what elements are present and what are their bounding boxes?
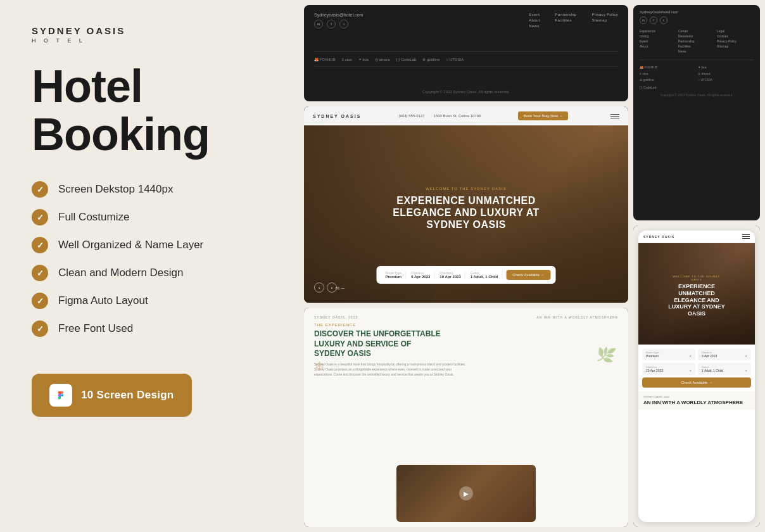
booking-bar: Room Type Premium Check-in 6 Apr 2023 Ch… bbox=[377, 266, 556, 284]
hero-pagination: ‹ › bbox=[314, 282, 337, 293]
side-social: in f t bbox=[640, 16, 754, 24]
mobile-room-type: Room Type Premium ▾ bbox=[642, 348, 695, 360]
content-title: DISCOVER THE UNFORGETTABLE LUXURY AND SE… bbox=[314, 329, 441, 359]
mobile-hero-title: EXPERIENCE UNMATCHED ELEGANCE AND LUXURY… bbox=[667, 283, 726, 317]
mobile-guest: Guest 1 Adult, 1 Child ▾ bbox=[698, 363, 751, 375]
mobile-checkin: Check-in 6 Apr 2023 ▾ bbox=[698, 348, 751, 360]
mobile-preview-card: SYDNEY OASIS WELCOME TO THE SYDNEY OASIS… bbox=[633, 225, 760, 527]
video-thumbnail: ▶ bbox=[396, 465, 536, 522]
list-item: Screen Dekstop 1440px bbox=[32, 181, 272, 198]
mobile-section-title: AN INN WITH A WORLDLY ATMOSPHERE bbox=[643, 400, 750, 406]
title-line2: Booking bbox=[32, 109, 210, 160]
check-icon bbox=[32, 265, 48, 281]
footer-nav: Event About News Partnership Facilities … bbox=[529, 13, 618, 28]
mobile-hero-bg: WELCOME TO THE SYDNEY OASIS EXPERIENCE U… bbox=[638, 243, 755, 345]
mobile-navbar: SYDNEY OASIS bbox=[638, 231, 755, 243]
hero-nav-logo: SYDNEY OASIS bbox=[313, 114, 361, 118]
prev-btn[interactable]: ‹ bbox=[314, 282, 324, 293]
content-desc: Sydney Oasis is a beautiful hotel that b… bbox=[314, 362, 466, 377]
check-icon bbox=[32, 181, 48, 198]
hero-main-title: EXPERIENCE UNMATCHED ELEGANCE AND LUXURY… bbox=[385, 194, 547, 231]
content-header: SYDNEY OASIS, 2023 AN INN WITH A WORLDLY… bbox=[314, 315, 618, 319]
list-item: Well Organized & Name Layer bbox=[32, 237, 272, 253]
next-btn[interactable]: › bbox=[327, 282, 337, 293]
section-label: THE EXPERIENCE bbox=[314, 323, 618, 327]
side-footer-preview: SydneyOasishotel.com in f t Experience D… bbox=[633, 5, 760, 220]
room-type-field: Room Type Premium bbox=[382, 271, 407, 279]
hero-nav-links: (904) 555-0127 1500 Bush St. Celina 1079… bbox=[399, 114, 481, 118]
side-copyright: Copyright © 2023 Sydney Oasis. All right… bbox=[640, 93, 754, 97]
social-instagram: in bbox=[314, 20, 323, 28]
check-icon bbox=[32, 320, 48, 337]
page-title: Hotel Booking bbox=[32, 63, 272, 158]
slide-number: 01 — bbox=[336, 286, 345, 290]
social-facebook: f bbox=[327, 20, 336, 28]
list-item: Figma Auto Layout bbox=[32, 293, 272, 309]
feature-label: Full Costumize bbox=[58, 211, 129, 224]
snowflake-decoration: ❄ bbox=[314, 358, 325, 374]
content-preview-card: SYDNEY OASIS, 2023 AN INN WITH A WORLDLY… bbox=[304, 308, 628, 527]
feature-label: Well Organized & Name Layer bbox=[58, 239, 203, 251]
mobile-booking-row1: Room Type Premium ▾ Check-in 6 Apr 2023 bbox=[642, 348, 751, 360]
mobile-booking-row2: Checkout 10 Apr 2023 ▾ Guest 1 Adult, 1 … bbox=[642, 363, 751, 375]
brand-sub: H O T E L bbox=[32, 37, 272, 44]
left-panel: SYDNEY OASIS H O T E L Hotel Booking Scr… bbox=[0, 0, 304, 532]
figma-icon bbox=[49, 384, 72, 407]
mobile-checkout: Checkout 10 Apr 2023 ▾ bbox=[642, 363, 695, 375]
mobile-badge: SYDNEY OASIS, 2023 bbox=[643, 395, 750, 398]
hero-navbar: SYDNEY OASIS (904) 555-0127 1500 Bush St… bbox=[304, 106, 628, 125]
checkout-field: Checkout 10 Apr 2023 bbox=[436, 271, 465, 279]
title-line1: Hotel bbox=[32, 61, 142, 111]
check-icon bbox=[32, 293, 48, 309]
footer-copyright: Copyright © 2023 Sydney Oasis. All right… bbox=[314, 90, 618, 94]
brand-name: SYDNEY OASIS bbox=[32, 25, 272, 36]
list-item: Full Costumize bbox=[32, 209, 272, 225]
side-brands: 🦊 FOXHUB ✦ liua ≡ ztos ◎ amara ⊕ goldlin… bbox=[640, 65, 754, 82]
side-footer-dark: SydneyOasishotel.com in f t Experience D… bbox=[633, 5, 760, 220]
footer-preview-card: Sydneyoasis@hotel.com in f t Event About… bbox=[304, 5, 628, 101]
side-social-in: in bbox=[640, 16, 647, 24]
content-preview: SYDNEY OASIS, 2023 AN INN WITH A WORLDLY… bbox=[304, 308, 628, 527]
logo-area: SYDNEY OASIS H O T E L bbox=[32, 25, 272, 44]
mobile-inner: SYDNEY OASIS WELCOME TO THE SYDNEY OASIS… bbox=[638, 231, 755, 522]
feature-label: Clean and Modern Design bbox=[58, 267, 184, 279]
feature-label: Free Font Used bbox=[58, 322, 133, 335]
content-badge: SYDNEY OASIS, 2023 bbox=[314, 315, 358, 319]
footer-preview: Sydneyoasis@hotel.com in f t Event About… bbox=[304, 5, 628, 101]
hero-preview: SYDNEY OASIS (904) 555-0127 1500 Bush St… bbox=[304, 106, 628, 303]
mobile-logo: SYDNEY OASIS bbox=[643, 235, 674, 239]
cta-button[interactable]: 10 Screen Design bbox=[32, 374, 192, 417]
guest-field: Guest 1 Adult, 1 Child bbox=[467, 271, 502, 279]
list-item: Free Font Used bbox=[32, 320, 272, 337]
hero-book-btn[interactable]: Book Your Stay Now → bbox=[518, 111, 567, 120]
feature-label: Figma Auto Layout bbox=[58, 294, 148, 307]
mobile-preview: SYDNEY OASIS WELCOME TO THE SYDNEY OASIS… bbox=[633, 225, 760, 527]
mobile-hero-content: WELCOME TO THE SYDNEY OASIS EXPERIENCE U… bbox=[667, 275, 726, 317]
social-tiktok: t bbox=[339, 20, 348, 28]
mobile-check-btn[interactable]: Check Available → bbox=[642, 377, 751, 388]
footer-email: Sydneyoasis@hotel.com bbox=[314, 13, 363, 17]
leaf-decoration: 🌿 bbox=[595, 344, 617, 366]
list-item: Clean and Modern Design bbox=[32, 265, 272, 281]
content-tagline: AN INN WITH A WORLDLY ATMOSPHERE bbox=[536, 315, 618, 319]
cta-label: 10 Screen Design bbox=[81, 389, 174, 402]
feature-label: Screen Dekstop 1440px bbox=[58, 183, 173, 196]
mobile-bottom: SYDNEY OASIS, 2023 AN INN WITH A WORLDLY… bbox=[638, 391, 755, 410]
hero-preview-card: SYDNEY OASIS (904) 555-0127 1500 Bush St… bbox=[304, 106, 628, 303]
side-social-f: f bbox=[650, 16, 657, 24]
middle-column: Sydneyoasis@hotel.com in f t Event About… bbox=[304, 5, 628, 527]
footer-brands: 🦊 FOXHUB ≡ ztos ✦ liua ◎ amara {:} CodeL… bbox=[314, 51, 618, 67]
side-footer-links: Experience Dining Event About Career New… bbox=[640, 29, 754, 53]
hero-content: WELCOME TO THE SYDNEY OASIS EXPERIENCE U… bbox=[385, 187, 547, 231]
right-panel: Sydneyoasis@hotel.com in f t Event About… bbox=[304, 0, 765, 532]
mobile-booking: Room Type Premium ▾ Check-in 6 Apr 2023 bbox=[638, 345, 755, 391]
check-icon bbox=[32, 209, 48, 225]
checkin-field: Check-in 6 Apr 2023 bbox=[407, 271, 434, 279]
check-icon bbox=[32, 237, 48, 253]
mobile-menu-icon[interactable] bbox=[742, 234, 750, 239]
features-list: Screen Dekstop 1440px Full Costumize Wel… bbox=[32, 181, 272, 348]
check-available-btn[interactable]: Check Available → bbox=[506, 270, 550, 280]
play-button[interactable]: ▶ bbox=[459, 486, 473, 500]
side-social-t: t bbox=[660, 16, 667, 24]
mobile-welcome: WELCOME TO THE SYDNEY OASIS bbox=[667, 275, 726, 281]
